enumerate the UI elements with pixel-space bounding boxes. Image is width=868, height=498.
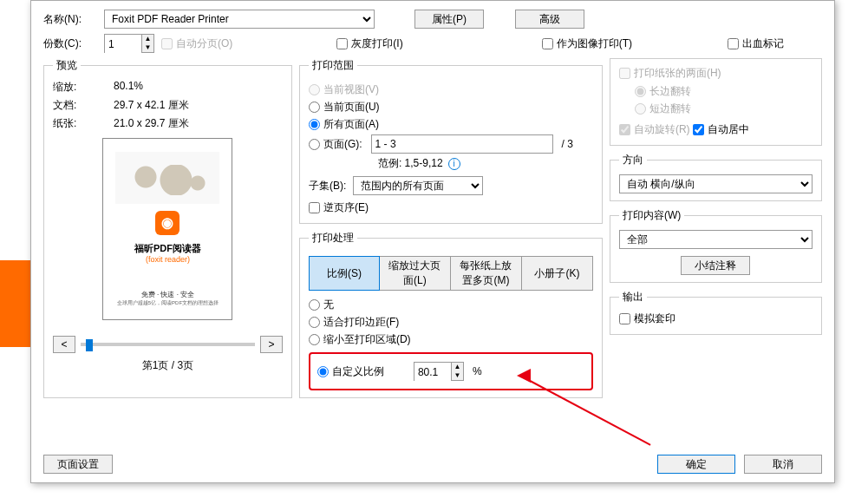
preview-footer: 免费 · 快速 · 安全 bbox=[141, 290, 194, 299]
custom-scale-input[interactable] bbox=[414, 363, 451, 382]
subset-select[interactable]: 范围内的所有页面 bbox=[353, 176, 483, 195]
current-view-radio: 当前视图(V) bbox=[309, 82, 593, 97]
copies-input[interactable] bbox=[105, 35, 141, 54]
tile-tab[interactable]: 缩放过大页面(L) bbox=[380, 256, 451, 291]
doc-value: 29.7 x 42.1 厘米 bbox=[114, 98, 283, 113]
paper-value: 21.0 x 29.7 厘米 bbox=[114, 116, 283, 131]
ok-button[interactable]: 确定 bbox=[657, 455, 735, 474]
content-fieldset: 打印内容(W) 全部 小结注释 bbox=[610, 208, 822, 283]
paper-label: 纸张: bbox=[53, 116, 114, 131]
handling-fieldset: 打印处理 比例(S) 缩放过大页面(L) 每张纸上放置多页(M) 小册子(K) … bbox=[299, 231, 603, 398]
pages-radio[interactable] bbox=[309, 139, 320, 150]
advanced-button[interactable]: 高级 bbox=[515, 10, 584, 29]
subset-label: 子集(B): bbox=[309, 179, 346, 193]
copies-label: 份数(C): bbox=[43, 36, 97, 51]
copies-spinner[interactable]: ▲▼ bbox=[104, 34, 154, 53]
custom-scale-radio-row[interactable]: 自定义比例 ▲▼ % bbox=[317, 362, 584, 381]
range-legend: 打印范围 bbox=[309, 58, 357, 73]
zoom-label: 缩放: bbox=[53, 80, 114, 95]
spinner-down-icon[interactable]: ▼ bbox=[142, 43, 153, 52]
grayscale-checkbox[interactable]: 灰度打印(I) bbox=[336, 36, 402, 51]
doc-label: 文档: bbox=[53, 98, 114, 113]
simulate-checkbox[interactable]: 模拟套印 bbox=[619, 311, 675, 326]
page-indicator: 第1页 / 3页 bbox=[53, 358, 283, 373]
pages-label: 页面(G): bbox=[323, 137, 362, 152]
cancel-button[interactable]: 取消 bbox=[744, 455, 822, 474]
duplex-checkbox: 打印纸张的两面(H) bbox=[619, 66, 721, 81]
printer-select[interactable]: Foxit PDF Reader Printer bbox=[104, 10, 375, 29]
example-label: 范例: 1,5-9,12 bbox=[378, 156, 443, 171]
next-page-button[interactable]: > bbox=[260, 336, 283, 353]
content-legend: 打印内容(W) bbox=[619, 208, 684, 223]
output-fieldset: 输出 模拟套印 bbox=[610, 290, 822, 335]
multi-tab[interactable]: 每张纸上放置多页(M) bbox=[451, 256, 522, 291]
pages-radio-row[interactable]: 页面(G): / 3 bbox=[309, 134, 593, 154]
preview-legend: 预览 bbox=[53, 58, 81, 73]
percent-label: % bbox=[473, 365, 482, 377]
world-map-icon bbox=[115, 152, 219, 204]
as-image-checkbox[interactable]: 作为图像打印(T) bbox=[542, 36, 632, 51]
prev-page-button[interactable]: < bbox=[53, 336, 75, 353]
auto-split-checkbox: 自动分页(O) bbox=[161, 36, 232, 51]
page-setup-button[interactable]: 页面设置 bbox=[43, 455, 113, 474]
auto-center-checkbox[interactable]: 自动居中 bbox=[693, 122, 749, 137]
preview-footer2: 全球用户超越5亿，阅读PDF文档的理想选择 bbox=[117, 299, 219, 307]
custom-scale-highlight: 自定义比例 ▲▼ % bbox=[309, 352, 593, 390]
foxit-logo-icon: ◉ bbox=[155, 211, 179, 235]
range-fieldset: 打印范围 当前视图(V) 当前页面(U) 所有页面(A) 页面(G): / 3 … bbox=[299, 58, 603, 224]
info-icon[interactable]: i bbox=[448, 158, 460, 170]
properties-button[interactable]: 属性(P) bbox=[414, 10, 484, 29]
spinner-up-icon[interactable]: ▲ bbox=[452, 363, 463, 371]
output-legend: 输出 bbox=[619, 290, 647, 305]
pages-input[interactable] bbox=[371, 134, 553, 154]
custom-scale-spinner[interactable]: ▲▼ bbox=[414, 362, 464, 381]
preview-subtitle: (foxit reader) bbox=[146, 255, 190, 264]
preview-fieldset: 预览 缩放: 80.1% 文档: 29.7 x 42.1 厘米 纸张: 21.0… bbox=[43, 58, 292, 398]
preview-page: ◉ 福昕PDF阅读器 (foxit reader) 免费 · 快速 · 安全 全… bbox=[102, 138, 232, 320]
pages-total: / 3 bbox=[562, 138, 573, 150]
summarize-button[interactable]: 小结注释 bbox=[681, 256, 750, 275]
name-label: 名称(N): bbox=[43, 12, 97, 27]
current-page-radio[interactable]: 当前页面(U) bbox=[309, 100, 593, 115]
booklet-tab[interactable]: 小册子(K) bbox=[522, 256, 593, 291]
auto-rotate-checkbox: 自动旋转(R) bbox=[619, 122, 690, 137]
preview-title: 福昕PDF阅读器 bbox=[134, 242, 201, 255]
all-pages-radio[interactable]: 所有页面(A) bbox=[309, 117, 593, 132]
bleed-marks-checkbox[interactable]: 出血标记 bbox=[728, 36, 784, 51]
fit-margin-radio[interactable]: 适合打印边距(F) bbox=[309, 315, 593, 330]
custom-scale-label: 自定义比例 bbox=[332, 364, 384, 379]
zoom-value: 80.1% bbox=[114, 80, 283, 95]
orientation-fieldset: 方向 自动 横向/纵向 bbox=[610, 153, 822, 201]
print-dialog: 名称(N): Foxit PDF Reader Printer 属性(P) 高级… bbox=[30, 0, 835, 483]
reverse-checkbox[interactable]: 逆页序(E) bbox=[309, 200, 369, 215]
shrink-radio[interactable]: 缩小至打印区域(D) bbox=[309, 332, 593, 347]
custom-scale-radio[interactable] bbox=[317, 366, 329, 377]
spinner-down-icon[interactable]: ▼ bbox=[452, 371, 463, 380]
scale-tab[interactable]: 比例(S) bbox=[309, 256, 380, 291]
duplex-fieldset: 打印纸张的两面(H) 长边翻转 短边翻转 自动旋转(R) 自动居中 bbox=[610, 58, 822, 146]
orientation-select[interactable]: 自动 横向/纵向 bbox=[619, 174, 813, 193]
orientation-legend: 方向 bbox=[619, 153, 647, 167]
none-radio[interactable]: 无 bbox=[309, 298, 593, 312]
long-edge-radio: 长边翻转 bbox=[635, 84, 813, 99]
short-edge-radio: 短边翻转 bbox=[635, 102, 813, 116]
page-slider[interactable] bbox=[81, 343, 255, 346]
spinner-up-icon[interactable]: ▲ bbox=[142, 35, 153, 43]
content-select[interactable]: 全部 bbox=[619, 230, 813, 249]
handling-legend: 打印处理 bbox=[309, 231, 357, 246]
